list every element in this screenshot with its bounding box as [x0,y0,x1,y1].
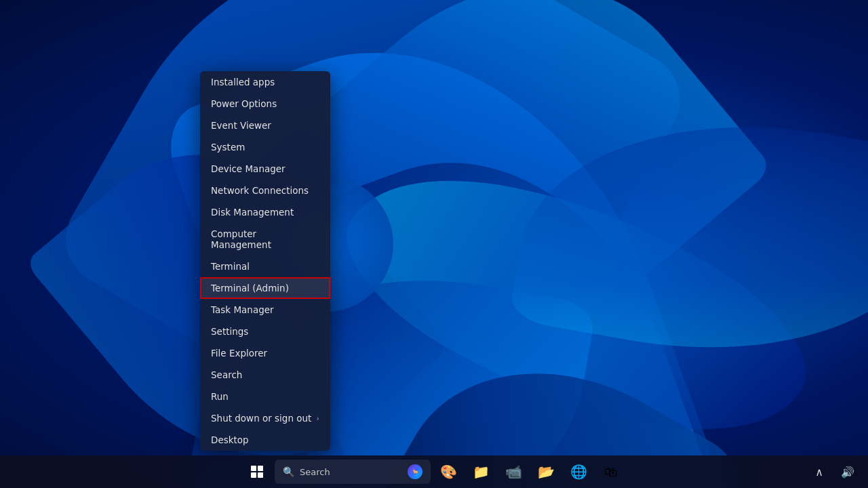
svg-text:🐎: 🐎 [412,468,419,475]
menu-item-label: File Explorer [211,348,267,359]
svg-rect-3 [258,472,263,478]
svg-rect-1 [258,466,263,471]
menu-item-desktop[interactable]: Desktop [200,429,330,451]
menu-item-label: Run [211,391,229,402]
menu-item-device-manager[interactable]: Device Manager [200,158,330,180]
menu-item-label: Power Options [211,98,277,109]
menu-item-label: Terminal (Admin) [211,283,289,293]
taskbar-store[interactable]: 🛍 [596,457,626,487]
menu-item-settings[interactable]: Settings [200,321,330,342]
menu-item-label: Task Manager [211,304,274,315]
menu-item-shut-down[interactable]: Shut down or sign out› [200,407,330,429]
menu-item-label: Device Manager [211,163,285,174]
menu-item-power-options[interactable]: Power Options [200,93,330,115]
menu-item-label: Disk Management [211,207,294,218]
taskbar-color-folders[interactable]: 🎨 [433,457,463,487]
taskbar-file-explorer[interactable]: 📁 [466,457,496,487]
menu-item-task-manager[interactable]: Task Manager [200,299,330,321]
context-menu: Installed appsPower OptionsEvent ViewerS… [200,71,330,451]
search-icon: 🔍 [283,466,294,477]
taskbar: 🔍 Search 🐎 🎨 [0,455,868,488]
taskbar-zoom[interactable]: 📹 [498,457,528,487]
show-hidden-icons-button[interactable]: ∧ [807,460,831,484]
menu-item-label: Installed apps [211,77,275,87]
taskbar-right: ∧ 🔊 [807,460,860,484]
menu-item-installed-apps[interactable]: Installed apps [200,71,330,93]
menu-item-label: Settings [211,326,248,337]
taskbar-search[interactable]: 🔍 Search 🐎 [275,460,431,484]
bing-logo: 🐎 [408,464,422,479]
menu-item-label: Search [211,369,242,380]
menu-item-label: Shut down or sign out [211,413,311,424]
menu-item-label: Event Viewer [211,120,271,131]
volume-button[interactable]: 🔊 [835,460,860,484]
search-label: Search [300,467,330,477]
menu-item-file-explorer[interactable]: File Explorer [200,342,330,364]
svg-rect-2 [251,472,256,478]
desktop-background [0,0,868,488]
menu-item-computer-management[interactable]: Computer Management [200,223,330,256]
menu-item-label: System [211,142,245,152]
menu-item-terminal[interactable]: Terminal [200,256,330,277]
taskbar-edge[interactable]: 🌐 [564,457,593,487]
menu-item-network-connections[interactable]: Network Connections [200,180,330,201]
menu-item-label: Computer Management [211,228,319,250]
chevron-up-icon: ∧ [815,466,823,479]
menu-item-disk-management[interactable]: Disk Management [200,201,330,223]
menu-item-label: Network Connections [211,185,309,196]
submenu-chevron-icon: › [317,414,319,423]
menu-item-label: Terminal [211,261,250,272]
speaker-icon: 🔊 [841,466,854,479]
menu-item-run[interactable]: Run [200,386,330,407]
taskbar-explorer2[interactable]: 📂 [531,457,561,487]
menu-item-system[interactable]: System [200,136,330,158]
svg-rect-0 [251,466,256,471]
menu-item-event-viewer[interactable]: Event Viewer [200,115,330,136]
menu-item-terminal-admin[interactable]: Terminal (Admin) [200,277,330,299]
menu-item-search[interactable]: Search [200,364,330,386]
start-button[interactable] [242,457,272,487]
menu-item-label: Desktop [211,434,249,445]
